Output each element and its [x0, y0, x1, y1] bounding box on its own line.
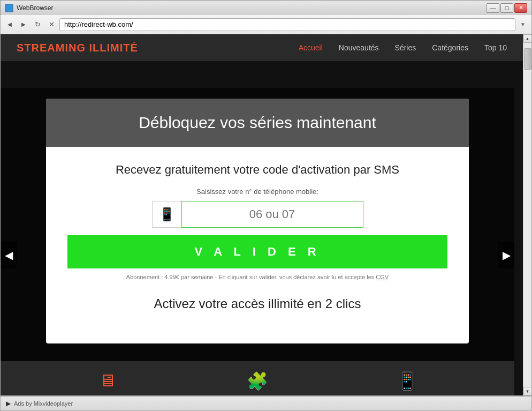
browser-body: STREAMING ILLIMITÉ Accueil Nouveautés Sé… [0, 34, 532, 396]
modal-subtitle: Recevez gratuitement votre code d'activa… [67, 163, 447, 177]
carousel-prev-button[interactable]: ◀ [1, 242, 17, 268]
maximize-button[interactable]: □ [500, 3, 513, 13]
feature-acces: 🖥 Accès illimité Explorez tout le conten… [54, 371, 161, 395]
phone-icon: 📱 [159, 207, 175, 222]
window-controls: — □ ✕ [487, 3, 527, 13]
valider-button[interactable]: V A L I D E R [67, 235, 447, 268]
url-input[interactable] [59, 18, 515, 31]
back-button[interactable]: ◄ [4, 19, 16, 31]
app-icon: 🌐 [5, 4, 13, 12]
window-title: WebBrowser [17, 4, 483, 12]
phone-icon-box: 📱 [152, 201, 181, 228]
window-titlebar: 🌐 WebBrowser — □ ✕ [0, 0, 532, 15]
carousel-next-button[interactable]: ▶ [498, 242, 514, 268]
modal-body: Recevez gratuitement votre code d'activa… [46, 147, 469, 343]
scroll-track[interactable] [523, 43, 531, 387]
fine-print: Abonnement : 4.99€ par semaine - En cliq… [67, 274, 447, 280]
ads-text: Ads by Mixvideoplayer [14, 400, 73, 407]
site-background: ◀ ▶ Débloquez vos séries maintenant Rece… [1, 61, 523, 395]
puzzle-icon: 🧩 [247, 371, 268, 391]
scroll-thumb[interactable] [524, 48, 531, 70]
stop-button[interactable]: ✕ [45, 19, 57, 31]
phone-input-row: 📱 [67, 201, 447, 228]
monitor-icon: 🖥 [99, 371, 116, 391]
features-section: 🖥 Accès illimité Explorez tout le conten… [1, 361, 514, 395]
feature-multi: 📱 Multi-plateformes Accédez à vos séries… [354, 371, 461, 395]
play-icon: ▶ [6, 400, 11, 407]
scroll-down-button[interactable]: ▼ [523, 387, 532, 395]
status-bar: ▶ Ads by Mixvideoplayer [0, 396, 532, 411]
address-bar: ◄ ► ↻ ✕ ▼ [0, 15, 532, 34]
feature-acces-title: Accès illimité [80, 395, 135, 395]
modal-box: Débloquez vos séries maintenant Recevez … [46, 99, 469, 343]
forward-button[interactable]: ► [18, 19, 29, 31]
feature-pub: 🧩 Pas de publicité Profitez de vos série… [204, 371, 311, 395]
modal-title: Débloquez vos séries maintenant [57, 114, 458, 132]
nav-top10[interactable]: Top 10 [484, 43, 507, 52]
modal-overlay: Débloquez vos séries maintenant Recevez … [1, 88, 514, 395]
modal-footer-text: Activez votre accès illimité en 2 clics [67, 296, 447, 311]
refresh-button[interactable]: ↻ [32, 19, 43, 31]
nav-nouveautes[interactable]: Nouveautés [339, 43, 379, 52]
site-header: STREAMING ILLIMITÉ Accueil Nouveautés Sé… [1, 34, 523, 61]
nav-accueil[interactable]: Accueil [299, 43, 323, 52]
logo-accent: ILLIMITÉ [86, 42, 138, 54]
nav-categories[interactable]: Catégories [432, 43, 468, 52]
browser-content: STREAMING ILLIMITÉ Accueil Nouveautés Sé… [1, 34, 523, 395]
url-dropdown-button[interactable]: ▼ [518, 18, 528, 31]
mobile-icon: 📱 [397, 371, 418, 391]
site-logo: STREAMING ILLIMITÉ [17, 42, 138, 54]
phone-input[interactable] [181, 201, 363, 228]
features-row: 🖥 Accès illimité Explorez tout le conten… [22, 371, 493, 395]
phone-label: Saisissez votre n° de téléphone mobile: [67, 188, 447, 196]
scrollbar: ▲ ▼ [523, 34, 531, 395]
cgv-link[interactable]: CGV [376, 274, 389, 280]
modal-header: Débloquez vos séries maintenant [46, 99, 469, 147]
site-nav: Accueil Nouveautés Séries Catégories Top… [299, 43, 507, 52]
logo-main: STREAMING [17, 42, 86, 54]
close-button[interactable]: ✕ [514, 3, 527, 13]
minimize-button[interactable]: — [487, 3, 499, 13]
scroll-up-button[interactable]: ▲ [523, 34, 532, 43]
nav-series[interactable]: Séries [395, 43, 416, 52]
